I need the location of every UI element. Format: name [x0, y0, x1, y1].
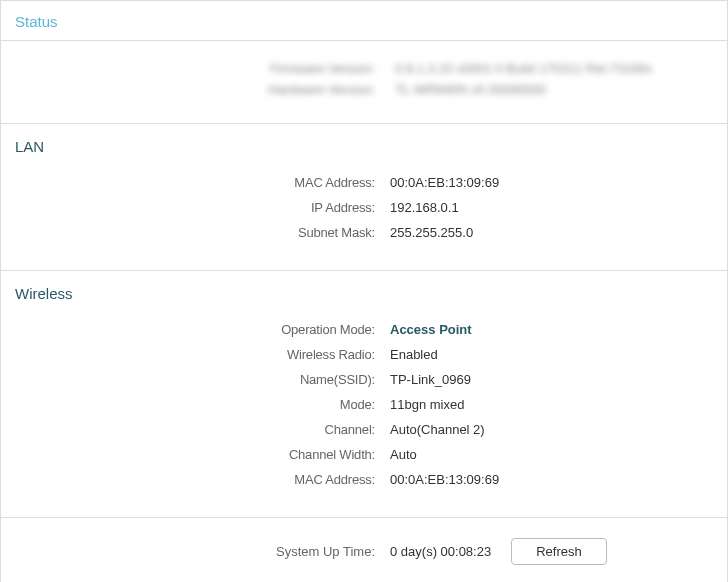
wireless-chwidth-row: Channel Width: Auto [15, 447, 713, 462]
page-title: Status [15, 13, 713, 30]
wireless-channel-row: Channel: Auto(Channel 2) [15, 422, 713, 437]
wireless-radio-row: Wireless Radio: Enabled [15, 347, 713, 362]
wireless-mac-label: MAC Address: [15, 472, 390, 487]
lan-subnet-value: 255.255.255.0 [390, 225, 473, 240]
lan-title: LAN [15, 138, 713, 155]
wireless-section: Wireless Operation Mode: Access Point Wi… [1, 271, 727, 518]
header: Status [1, 1, 727, 41]
lan-mac-label: MAC Address: [15, 175, 390, 190]
lan-subnet-row: Subnet Mask: 255.255.255.0 [15, 225, 713, 240]
wireless-radio-value: Enabled [390, 347, 438, 362]
wireless-opmode-value: Access Point [390, 322, 472, 337]
hardware-row: Hardware Version: TL-WR840N v5 00000000 [15, 82, 713, 97]
hardware-value: TL-WR840N v5 00000000 [395, 82, 546, 97]
lan-ip-value: 192.168.0.1 [390, 200, 459, 215]
hardware-label: Hardware Version: [255, 82, 375, 97]
wireless-mac-row: MAC Address: 00:0A:EB:13:09:69 [15, 472, 713, 487]
lan-section: LAN MAC Address: 00:0A:EB:13:09:69 IP Ad… [1, 124, 727, 271]
wireless-ssid-label: Name(SSID): [15, 372, 390, 387]
lan-mac-value: 00:0A:EB:13:09:69 [390, 175, 499, 190]
wireless-opmode-row: Operation Mode: Access Point [15, 322, 713, 337]
wireless-radio-label: Wireless Radio: [15, 347, 390, 362]
wireless-ssid-row: Name(SSID): TP-Link_0969 [15, 372, 713, 387]
firmware-value: 0.9.1.3.15 v0001 0 Build 170311 Rel.7310… [395, 61, 652, 76]
lan-subnet-label: Subnet Mask: [15, 225, 390, 240]
uptime-value: 0 day(s) 00:08:23 [390, 544, 491, 559]
wireless-mode-label: Mode: [15, 397, 390, 412]
wireless-channel-label: Channel: [15, 422, 390, 437]
lan-ip-row: IP Address: 192.168.0.1 [15, 200, 713, 215]
lan-ip-label: IP Address: [15, 200, 390, 215]
lan-mac-row: MAC Address: 00:0A:EB:13:09:69 [15, 175, 713, 190]
wireless-title: Wireless [15, 285, 713, 302]
wireless-mode-row: Mode: 11bgn mixed [15, 397, 713, 412]
wireless-ssid-value: TP-Link_0969 [390, 372, 471, 387]
version-section: Firmware Version: 0.9.1.3.15 v0001 0 Bui… [1, 41, 727, 124]
wireless-mac-value: 00:0A:EB:13:09:69 [390, 472, 499, 487]
wireless-chwidth-label: Channel Width: [15, 447, 390, 462]
firmware-row: Firmware Version: 0.9.1.3.15 v0001 0 Bui… [15, 61, 713, 76]
wireless-chwidth-value: Auto [390, 447, 417, 462]
wireless-mode-value: 11bgn mixed [390, 397, 464, 412]
uptime-label: System Up Time: [15, 544, 390, 559]
uptime-section: System Up Time: 0 day(s) 00:08:23 Refres… [1, 518, 727, 582]
firmware-label: Firmware Version: [255, 61, 375, 76]
wireless-opmode-label: Operation Mode: [15, 322, 390, 337]
status-panel: Status Firmware Version: 0.9.1.3.15 v000… [0, 0, 728, 582]
refresh-button[interactable]: Refresh [511, 538, 607, 565]
wireless-channel-value: Auto(Channel 2) [390, 422, 485, 437]
